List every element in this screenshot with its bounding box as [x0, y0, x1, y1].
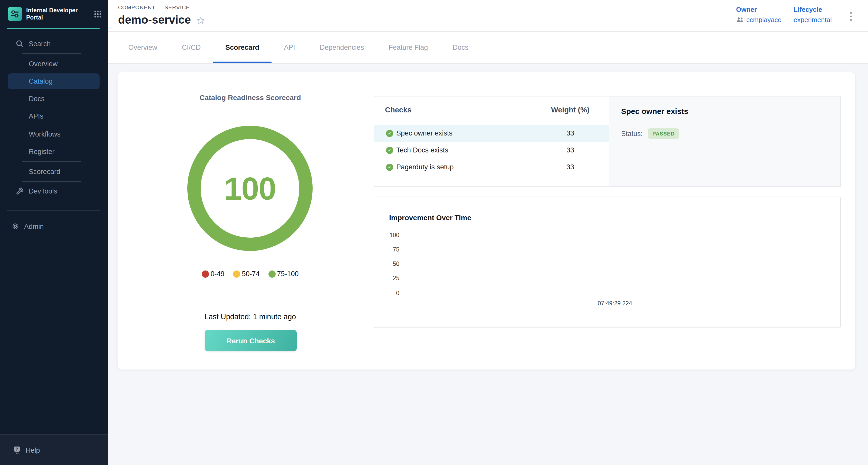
- page-title: demo-service: [118, 13, 191, 27]
- tab-scorecard[interactable]: Scorecard: [213, 32, 272, 63]
- tab-label: Overview: [128, 43, 157, 51]
- svg-text:?: ?: [16, 447, 18, 452]
- check-weight: 33: [532, 129, 609, 137]
- check-detail-title: Spec owner exists: [621, 107, 688, 116]
- page-header: COMPONENT — SERVICE demo-service Owner c…: [108, 0, 868, 32]
- legend-dot-red: [202, 270, 209, 277]
- weight-column-header: Weight (%): [532, 105, 609, 114]
- check-name: Pagerduty is setup: [396, 163, 454, 171]
- breadcrumb: COMPONENT — SERVICE: [118, 4, 190, 10]
- sidebar-item-scorecard[interactable]: Scorecard: [0, 164, 108, 179]
- scorecard-title: Catalog Readiness Scorecard: [118, 93, 383, 102]
- tab-api[interactable]: API: [272, 32, 307, 63]
- sidebar-item-catalog[interactable]: Catalog: [8, 73, 100, 89]
- logo-glyph: [10, 9, 20, 19]
- sidebar-item-help[interactable]: ? Help: [0, 443, 108, 457]
- tab-cicd[interactable]: CI/CD: [169, 32, 213, 63]
- status-badge: PASSED: [648, 128, 679, 139]
- legend-label: 0-49: [211, 270, 224, 278]
- sidebar-item-docs[interactable]: Docs: [0, 91, 108, 106]
- sidebar-item-workflows[interactable]: Workflows: [0, 127, 108, 141]
- sidebar-item-label: Admin: [24, 222, 44, 230]
- tab-label: Feature Flag: [389, 43, 428, 51]
- lifecycle-label: Lifecycle: [794, 6, 832, 13]
- sidebar-logo-row: Internal Developer Portal: [0, 0, 108, 28]
- check-row-tech-docs[interactable]: ✓ Tech Docs exists 33: [374, 142, 609, 159]
- y-axis-tick: 50: [379, 261, 399, 267]
- checks-column-header: Checks: [385, 105, 411, 114]
- sidebar: Internal Developer Portal Search: [0, 0, 108, 465]
- sidebar-divider: [22, 181, 81, 182]
- score-gauge: 100: [187, 126, 313, 251]
- tab-label: Dependencies: [320, 43, 364, 51]
- sidebar-item-overview[interactable]: Overview: [0, 57, 108, 71]
- y-axis-tick: 100: [379, 232, 399, 238]
- favorite-star-icon[interactable]: [196, 16, 205, 25]
- wrench-icon: [16, 187, 24, 195]
- tab-feature-flag[interactable]: Feature Flag: [376, 32, 440, 63]
- y-axis-tick: 75: [379, 246, 399, 252]
- check-weight: 33: [532, 163, 609, 171]
- sidebar-item-label: Overview: [29, 60, 58, 67]
- y-axis-tick: 0: [379, 290, 399, 296]
- legend-item-low: 0-49: [202, 270, 224, 278]
- app-logo: [8, 7, 22, 21]
- sidebar-item-register[interactable]: Register: [0, 144, 108, 159]
- owner-value[interactable]: ccmplayacc: [746, 16, 781, 24]
- help-chat-icon: ?: [13, 446, 22, 454]
- x-axis-tick: 07:49:29.224: [574, 300, 656, 306]
- legend-label: 75-100: [277, 270, 299, 278]
- sidebar-divider: [22, 161, 81, 162]
- sidebar-item-apis[interactable]: APIs: [0, 109, 108, 123]
- check-weight: 33: [532, 146, 609, 154]
- legend-item-high: 75-100: [269, 270, 299, 278]
- checks-table: Checks Weight (%) ✓ Spec owner exists 33…: [374, 96, 609, 186]
- rerun-checks-button[interactable]: Rerun Checks: [205, 330, 297, 351]
- sidebar-item-admin[interactable]: Admin: [0, 219, 108, 234]
- kebab-menu-icon[interactable]: [846, 9, 856, 24]
- sidebar-item-devtools[interactable]: DevTools: [0, 184, 108, 198]
- owner-block: Owner ccmplayacc: [736, 6, 781, 24]
- check-detail-status-row: Status: PASSED: [621, 128, 679, 139]
- tab-label: Docs: [453, 43, 468, 51]
- owner-label: Owner: [736, 6, 781, 13]
- check-passed-icon: ✓: [386, 147, 393, 154]
- tab-label: CI/CD: [182, 43, 201, 51]
- checks-table-header: Checks Weight (%): [374, 96, 609, 123]
- tab-label: Scorecard: [225, 43, 259, 51]
- last-updated-text: Last Updated: 1 minute ago: [118, 313, 383, 321]
- sidebar-item-label: Workflows: [29, 130, 61, 138]
- check-row-pagerduty[interactable]: ✓ Pagerduty is setup 33: [374, 159, 609, 176]
- gear-icon: [12, 223, 19, 230]
- score-legend: 0-49 50-74 75-100: [118, 270, 383, 278]
- sidebar-divider: [22, 53, 81, 54]
- sidebar-search-label: Search: [29, 40, 51, 48]
- tab-dependencies[interactable]: Dependencies: [307, 32, 376, 63]
- search-icon: [16, 40, 24, 48]
- sidebar-item-label: Help: [26, 446, 40, 454]
- sidebar-item-label: Register: [29, 148, 55, 155]
- tab-overview[interactable]: Overview: [116, 32, 169, 63]
- scorecard-card: Catalog Readiness Scorecard 100 0-49 50-…: [118, 72, 855, 370]
- check-name: Tech Docs exists: [396, 146, 448, 154]
- sidebar-item-label: Docs: [29, 95, 45, 102]
- legend-label: 50-74: [242, 270, 259, 278]
- check-row-spec-owner[interactable]: ✓ Spec owner exists 33: [374, 125, 609, 142]
- legend-item-mid: 50-74: [233, 270, 259, 278]
- check-detail-panel: Spec owner exists Status: PASSED: [609, 96, 840, 186]
- tab-docs[interactable]: Docs: [440, 32, 481, 63]
- check-passed-icon: ✓: [386, 130, 393, 137]
- y-axis-tick: 25: [379, 275, 399, 281]
- tab-label: API: [284, 43, 295, 51]
- apps-grid-icon[interactable]: [94, 10, 102, 18]
- sidebar-item-label: DevTools: [29, 187, 57, 195]
- content-area: Catalog Readiness Scorecard 100 0-49 50-…: [108, 64, 868, 465]
- check-name: Spec owner exists: [396, 129, 453, 137]
- sidebar-divider: [7, 211, 100, 211]
- score-value: 100: [224, 170, 276, 207]
- sidebar-search[interactable]: Search: [0, 36, 108, 51]
- lifecycle-value: experimental: [794, 16, 832, 24]
- app-window: Internal Developer Portal Search: [0, 0, 868, 465]
- status-label: Status:: [621, 130, 643, 137]
- lifecycle-block: Lifecycle experimental: [794, 6, 832, 24]
